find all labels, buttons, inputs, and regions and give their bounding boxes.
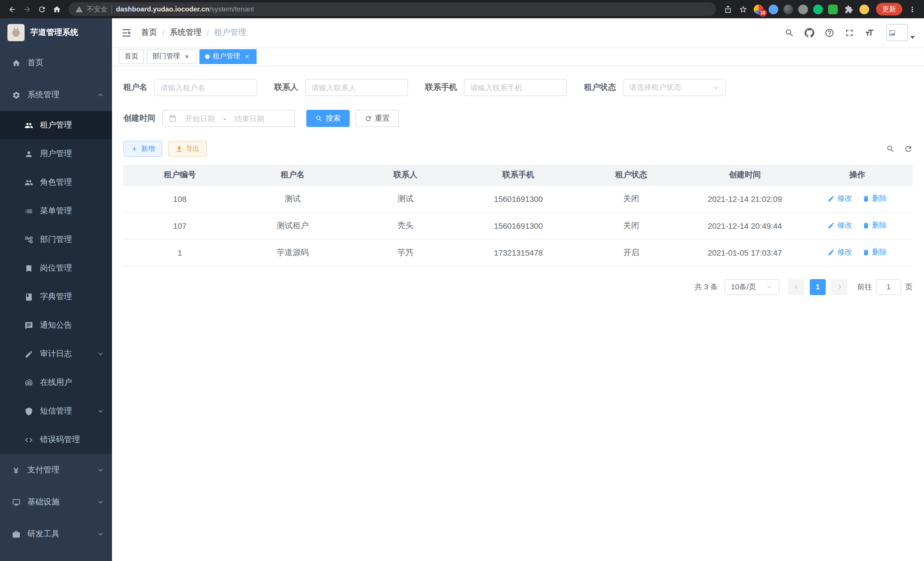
toggle-search-icon[interactable]	[886, 144, 895, 153]
sidebar-item-dept[interactable]: 部门管理	[0, 225, 112, 254]
tag-tenant[interactable]: 租户管理 ×	[200, 49, 256, 64]
sidebar-item-label: 角色管理	[40, 177, 104, 188]
sidebar-item-post[interactable]: 岗位管理	[0, 254, 112, 283]
filter-row-2: 创建时间 - 搜索 重置	[123, 110, 913, 127]
close-icon[interactable]: ×	[243, 52, 251, 60]
sidebar-item-dict[interactable]: 字典管理	[0, 283, 112, 311]
browser-back-button[interactable]	[4, 2, 20, 17]
tenant-name-input-field[interactable]	[160, 83, 251, 92]
status-select[interactable]: 请选择租户状态	[623, 79, 726, 96]
sidebar-item-online-user[interactable]: 在线用户	[0, 368, 112, 397]
extension-icon-3[interactable]	[783, 4, 793, 14]
browser-forward-button[interactable]	[20, 2, 34, 17]
close-icon[interactable]: ×	[183, 52, 191, 60]
sidebar-item-menu[interactable]: 菜单管理	[0, 197, 112, 225]
column-header-id: 租户编号	[123, 165, 236, 185]
delete-link[interactable]: 删除	[862, 247, 887, 258]
chevron-down-icon	[97, 531, 104, 538]
cell-status: 开启	[575, 239, 688, 266]
fullscreen-icon[interactable]	[842, 25, 856, 40]
cell-actions: 修改 删除	[802, 239, 913, 266]
mobile-input-field[interactable]	[470, 83, 561, 92]
chevron-right-icon	[835, 283, 844, 291]
extensions-puzzle-icon[interactable]	[843, 2, 854, 17]
tag-home[interactable]: 首页	[119, 49, 144, 64]
sidebar-item-label: 用户管理	[40, 149, 104, 159]
user-avatar-dropdown[interactable]	[886, 24, 915, 41]
org-tree-icon	[24, 235, 33, 244]
delete-link[interactable]: 删除	[862, 220, 887, 231]
mobile-input[interactable]	[464, 79, 567, 96]
refresh-table-icon[interactable]	[904, 144, 913, 153]
chrome-update-button[interactable]: 更新	[876, 3, 902, 15]
code-icon	[24, 435, 33, 444]
delete-icon	[862, 195, 870, 202]
breadcrumb-item-home[interactable]: 首页	[141, 27, 157, 38]
start-date-input[interactable]	[181, 114, 219, 123]
share-icon[interactable]	[721, 2, 735, 17]
sidebar-item-pay[interactable]: ¥ 支付管理	[0, 454, 112, 486]
breadcrumb-separator: /	[162, 28, 165, 37]
help-icon[interactable]	[822, 25, 837, 40]
cell-contact: 芋艿	[349, 239, 462, 266]
sidebar-item-dev-tool[interactable]: 研发工具	[0, 518, 112, 550]
delete-link[interactable]: 删除	[862, 194, 887, 204]
sidebar-item-sms[interactable]: 短信管理	[0, 397, 112, 426]
tenant-name-input[interactable]	[154, 79, 257, 96]
filter-label: 创建时间	[123, 113, 155, 123]
page-size-select[interactable]: 10条/页	[724, 279, 779, 295]
extension-icon-2[interactable]	[769, 4, 778, 14]
table-row: 1 芋道源码 芋艿 17321315478 开启 2021-01-05 17:0…	[123, 239, 913, 266]
edit-link[interactable]: 修改	[828, 247, 852, 258]
search-button[interactable]: 搜索	[306, 110, 350, 127]
sidebar-item-home[interactable]: 首页	[0, 47, 112, 79]
message-icon	[24, 321, 33, 330]
date-range-picker[interactable]: -	[162, 110, 295, 127]
extension-icon-4[interactable]	[798, 4, 808, 14]
end-date-input[interactable]	[230, 114, 269, 123]
browser-reload-button[interactable]	[34, 2, 49, 17]
sidebar-item-notice[interactable]: 通知公告	[0, 311, 112, 340]
tag-dept[interactable]: 部门管理 ×	[147, 49, 196, 64]
edit-link[interactable]: 修改	[828, 220, 852, 231]
address-bar[interactable]: 不安全 dashboard.yudao.iocoder.cn/system/te…	[69, 2, 716, 16]
search-icon[interactable]	[782, 25, 796, 40]
bookmark-star-icon[interactable]	[735, 2, 750, 17]
column-header-actions: 操作	[802, 165, 913, 185]
contact-input-field[interactable]	[311, 83, 402, 92]
github-icon[interactable]	[802, 25, 817, 40]
sidebar-item-user[interactable]: 用户管理	[0, 140, 112, 168]
sidebar-item-error-code[interactable]: 错误码管理	[0, 426, 112, 454]
sidebar-item-infra[interactable]: 基础设施	[0, 486, 112, 518]
font-size-icon[interactable]	[862, 25, 877, 40]
sidebar-item-system[interactable]: 系统管理	[0, 79, 112, 111]
profile-avatar[interactable]	[860, 4, 869, 14]
extension-icon-6[interactable]	[828, 4, 838, 14]
sidebar-item-audit-log[interactable]: 审计日志	[0, 340, 112, 368]
page-number-current[interactable]: 1	[810, 279, 826, 295]
breadcrumb-separator: /	[207, 28, 209, 37]
reset-button[interactable]: 重置	[356, 110, 399, 127]
add-button[interactable]: 新增	[123, 141, 162, 157]
calendar-icon	[169, 114, 177, 122]
edit-link[interactable]: 修改	[828, 194, 852, 204]
export-button[interactable]: 导出	[168, 141, 207, 157]
prev-page-button[interactable]	[788, 279, 804, 295]
chrome-menu-icon[interactable]	[904, 2, 920, 17]
sidebar-item-tenant[interactable]: 租户管理	[0, 111, 112, 140]
goto-page-input[interactable]	[876, 279, 901, 295]
breadcrumb-item-system[interactable]: 系统管理	[170, 27, 202, 38]
app-window: 芋道管理系统 首页 系统管理 租户管理	[0, 18, 924, 561]
goto-label: 前往	[857, 282, 872, 292]
extension-icon-1[interactable]: 10	[754, 4, 764, 14]
yen-icon: ¥	[11, 465, 21, 475]
sidebar-item-role[interactable]: 角色管理	[0, 168, 112, 197]
table-header-row: 租户编号 租户名 联系人 联系手机 租户状态 创建时间 操作	[123, 165, 913, 185]
sidebar-item-label: 基础设施	[27, 497, 90, 507]
hamburger-icon[interactable]	[121, 27, 132, 38]
next-page-button[interactable]	[831, 279, 848, 295]
cell-mobile: 15601691300	[462, 185, 575, 212]
browser-home-button[interactable]	[49, 2, 64, 17]
extension-icon-5[interactable]	[813, 4, 823, 14]
contact-input[interactable]	[305, 79, 408, 96]
